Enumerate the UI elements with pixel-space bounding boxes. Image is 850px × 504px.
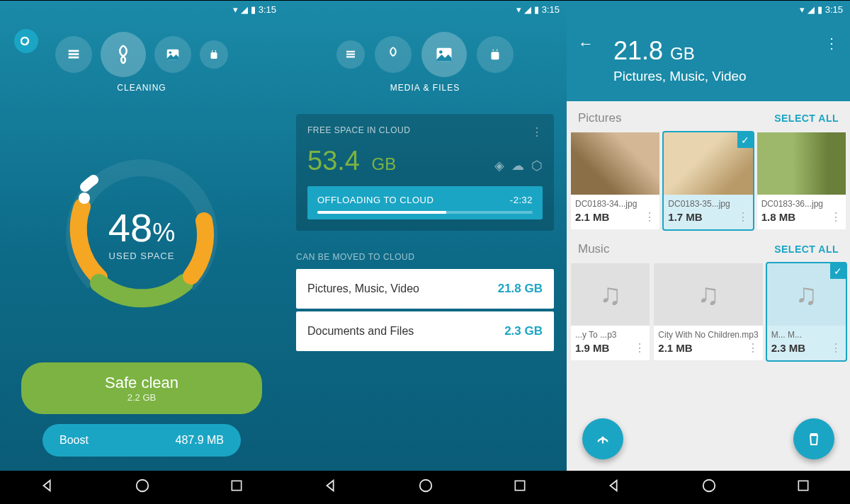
battery-icon: ▮ xyxy=(534,4,539,15)
file-size: 2.1 MB xyxy=(658,342,692,354)
svg-rect-1 xyxy=(69,50,79,52)
music-row: ♫ ...y To ...p3 1.9 MB⋮ ♫ City With No C… xyxy=(567,263,850,363)
home-button[interactable] xyxy=(701,478,717,496)
music-thumb[interactable]: ✓ ♫ M... M... 2.3 MB⋮ xyxy=(767,263,846,360)
recent-button[interactable] xyxy=(513,479,527,496)
svg-rect-3 xyxy=(69,57,79,59)
file-name: DC0183-36...jpg xyxy=(757,195,846,210)
svg-point-23 xyxy=(420,480,432,492)
item-menu-icon[interactable]: ⋮ xyxy=(634,341,645,355)
item-menu-icon[interactable]: ⋮ xyxy=(830,210,842,224)
svg-rect-15 xyxy=(346,51,355,52)
file-name: DC0183-34...jpg xyxy=(571,195,659,210)
safe-clean-button[interactable]: Safe clean 2.2 GB xyxy=(21,362,262,414)
media-panel: Pictures SELECT ALL DC0183-34...jpg 2.1 … xyxy=(567,101,850,471)
row-label: Documents and Files xyxy=(307,325,414,338)
category-row-media[interactable]: Pictures, Music, Video 21.8 GB xyxy=(296,269,554,309)
nav-media-icon[interactable] xyxy=(421,32,467,77)
upload-fab[interactable] xyxy=(582,418,623,459)
header-unit: GB xyxy=(670,44,695,63)
back-button[interactable] xyxy=(606,478,622,496)
svg-point-12 xyxy=(79,193,90,204)
file-size: 1.7 MB xyxy=(668,211,702,223)
offload-progress[interactable]: OFFLOADING TO CLOUD -2:32 xyxy=(307,186,543,219)
home-button[interactable] xyxy=(418,478,434,496)
gauge-area: 48% USED SPACE xyxy=(0,107,283,362)
nav-label: CLEANING xyxy=(0,83,283,93)
status-time: 3:15 xyxy=(825,4,843,15)
item-menu-icon[interactable]: ⋮ xyxy=(644,210,655,224)
nav-apps-icon[interactable] xyxy=(200,40,228,69)
back-button[interactable] xyxy=(323,478,339,496)
offload-label: OFFLOADING TO CLOUD xyxy=(317,195,434,205)
recent-button[interactable] xyxy=(796,479,810,496)
row-label: Pictures, Music, Video xyxy=(307,282,419,295)
pictures-row: DC0183-34...jpg 2.1 MB⋮ ✓ DC0183-35...jp… xyxy=(567,132,850,232)
svg-rect-17 xyxy=(346,56,355,57)
row-size: 2.3 GB xyxy=(504,324,543,338)
nav-media-icon[interactable] xyxy=(154,36,191,73)
signal-icon: ◢ xyxy=(241,4,248,15)
back-button[interactable] xyxy=(40,478,55,496)
file-name: M... M... xyxy=(767,326,846,341)
overflow-menu-icon[interactable]: ⋮ xyxy=(824,35,839,52)
picture-thumb[interactable]: DC0183-34...jpg 2.1 MB⋮ xyxy=(571,132,659,229)
svg-rect-20 xyxy=(492,52,499,59)
boost-size: 487.9 MB xyxy=(176,434,224,447)
svg-rect-26 xyxy=(798,481,808,490)
nav-apps-icon[interactable] xyxy=(477,36,514,73)
back-arrow-icon[interactable]: ← xyxy=(578,35,594,53)
category-row-documents[interactable]: Documents and Files 2.3 GB xyxy=(296,311,554,351)
item-menu-icon[interactable]: ⋮ xyxy=(747,341,759,355)
nav-cleaning-icon[interactable] xyxy=(101,32,146,77)
file-name: City With No Children.mp3 xyxy=(654,326,762,341)
home-button[interactable] xyxy=(135,478,150,496)
onedrive-icon: ☁ xyxy=(511,158,524,173)
music-thumb[interactable]: ♫ ...y To ...p3 1.9 MB⋮ xyxy=(571,263,650,360)
file-size: 1.9 MB xyxy=(575,342,609,354)
nav-cleaning-icon[interactable] xyxy=(375,36,412,73)
svg-rect-2 xyxy=(69,53,79,55)
progress-track xyxy=(317,211,533,214)
battery-icon: ▮ xyxy=(251,4,256,15)
delete-fab[interactable] xyxy=(793,418,834,459)
select-all-button[interactable]: SELECT ALL xyxy=(774,113,839,124)
dropbox-icon: ⬡ xyxy=(531,158,543,173)
music-thumb[interactable]: ♫ City With No Children.mp3 2.1 MB⋮ xyxy=(654,263,762,360)
wifi-icon: ▾ xyxy=(516,4,521,15)
header-size: 21.8 xyxy=(613,36,663,65)
svg-rect-14 xyxy=(232,481,241,490)
music-note-icon: ♫ xyxy=(571,263,650,326)
picture-thumb[interactable]: ✓ DC0183-35...jpg 1.7 MB⋮ xyxy=(664,132,752,229)
boost-button[interactable]: Boost 487.9 MB xyxy=(42,424,241,457)
file-size: 1.8 MB xyxy=(761,211,795,223)
status-bar: ▾ ◢ ▮ 3:15 xyxy=(0,1,283,18)
android-nav xyxy=(283,471,567,503)
cloud-size-value: 53.4 xyxy=(307,146,360,176)
status-time: 3:15 xyxy=(259,4,276,15)
header-subtitle: Pictures, Music, Video xyxy=(613,69,836,84)
group-name: Pictures xyxy=(578,111,621,125)
select-all-button[interactable]: SELECT ALL xyxy=(774,244,839,255)
card-menu-icon[interactable]: ⋮ xyxy=(531,125,543,139)
file-size: 2.1 MB xyxy=(575,211,609,223)
svg-point-19 xyxy=(439,50,443,54)
file-name: DC0183-35...jpg xyxy=(664,195,752,210)
detail-header: ← ⋮ 21.8 GB Pictures, Music, Video xyxy=(567,18,850,101)
nav-storage-icon[interactable] xyxy=(55,36,92,73)
android-nav xyxy=(567,471,850,503)
item-menu-icon[interactable]: ⋮ xyxy=(830,341,842,355)
screen-cleaning: ▾ ◢ ▮ 3:15 CLEANING 48% USED SPACE xyxy=(0,1,283,503)
top-nav xyxy=(283,18,567,83)
item-menu-icon[interactable]: ⋮ xyxy=(737,210,749,224)
recent-button[interactable] xyxy=(230,479,244,496)
svg-rect-24 xyxy=(515,481,524,490)
cloud-card: FREE SPACE IN CLOUD ⋮ 53.4 GB ◈ ☁ ⬡ OFFL… xyxy=(296,114,554,231)
picture-thumb[interactable]: DC0183-36...jpg 1.8 MB⋮ xyxy=(757,132,846,229)
screen-media-files: ▾ ◢ ▮ 3:15 MEDIA & FILES FREE SPACE IN C… xyxy=(283,1,567,503)
group-header-pictures: Pictures SELECT ALL xyxy=(567,101,850,132)
cloud-header: FREE SPACE IN CLOUD xyxy=(307,125,410,139)
boost-title: Boost xyxy=(60,434,89,447)
nav-storage-icon[interactable] xyxy=(336,40,365,69)
status-bar: ▾ ◢ ▮ 3:15 xyxy=(567,1,850,18)
